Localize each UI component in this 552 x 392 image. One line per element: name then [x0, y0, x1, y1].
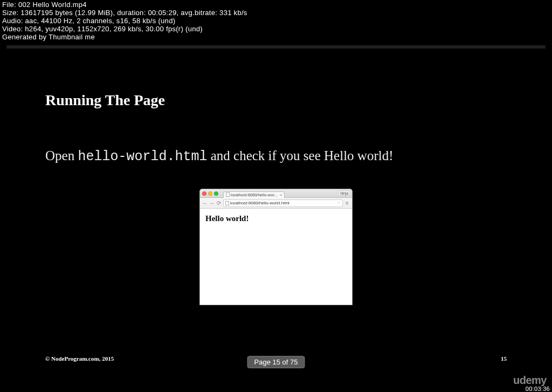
browser-window-screenshot: localhost:8080/hello-wor... × Ninja ← → … [199, 189, 353, 305]
browser-content: Hello world! [200, 209, 352, 305]
minimize-icon [208, 191, 212, 196]
udemy-logo: udemy [513, 374, 547, 387]
browser-titlebar: localhost:8080/hello-wor... × Ninja [200, 189, 352, 198]
slide-title: Running The Page [45, 92, 165, 109]
body-code-filename: hello-world.html [78, 149, 207, 164]
ninja-badge: Ninja [338, 190, 350, 196]
presentation-slide: Running The Page Open hello-world.html a… [12, 54, 540, 369]
body-prefix: Open [45, 148, 78, 163]
copyright-text: © NodeProgram.com, 2015 [45, 355, 114, 362]
slide-number: 15 [501, 355, 507, 362]
page-content-text: Hello world! [205, 214, 347, 223]
slide-top-border [6, 45, 546, 49]
close-icon [202, 191, 206, 196]
meta-file: File: 002 Hello World.mp4 [2, 1, 247, 9]
meta-generator: Generated by Thumbnail me [2, 33, 247, 42]
meta-video: Video: h264, yuv420p, 1152x720, 269 kb/s… [2, 25, 247, 33]
bookmark-star-icon: ☆ [337, 201, 341, 205]
meta-audio: Audio: aac, 44100 Hz, 2 channels, s16, 5… [2, 17, 247, 25]
thumbnail-timestamp: 00:03:36 [526, 386, 550, 392]
thumbnail-metadata: File: 002 Hello World.mp4 Size: 13617195… [2, 1, 247, 42]
url-bar: localhost:8080/hello-world.html ☆ [223, 200, 343, 207]
tab-close-icon: × [280, 192, 282, 197]
page-indicator: Page 15 of 75 [247, 356, 305, 368]
body-suffix: and check if you see Hello world! [207, 148, 393, 163]
slide-body-text: Open hello-world.html and check if you s… [45, 148, 507, 164]
browser-tab: localhost:8080/hello-wor... × [223, 191, 285, 198]
url-page-icon [225, 201, 229, 205]
tab-title: localhost:8080/hello-wor... [231, 192, 278, 197]
maximize-icon [214, 191, 218, 196]
page-icon [226, 192, 230, 197]
browser-toolbar: ← → ⟳ localhost:8080/hello-world.html ☆ … [200, 198, 352, 209]
meta-size: Size: 13617195 bytes (12.99 MiB), durati… [2, 9, 247, 17]
reload-icon: ⟳ [216, 200, 222, 206]
forward-icon: → [209, 200, 215, 206]
back-icon: ← [202, 200, 208, 206]
menu-icon: ≡ [344, 200, 350, 206]
url-text: localhost:8080/hello-world.html [230, 201, 289, 205]
